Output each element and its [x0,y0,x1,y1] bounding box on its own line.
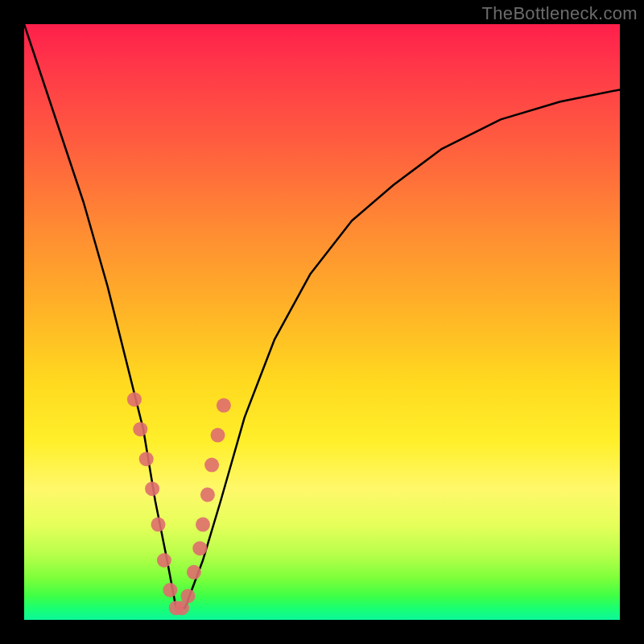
marker-dot [200,488,215,502]
marker-dot [145,481,159,496]
curve-svg [24,24,620,620]
marker-dot [181,588,196,603]
marker-dot [204,458,219,473]
marker-dot [127,392,142,407]
plot-area [24,24,620,620]
marker-dot [163,583,177,597]
watermark-text: TheBottleneck.com [482,3,638,24]
marker-dot [211,428,225,443]
outer-frame: TheBottleneck.com [0,0,644,644]
marker-dot [192,541,207,555]
marker-dot [139,452,154,466]
marker-dot [196,518,210,532]
marker-dot [151,518,166,532]
marker-group [127,392,231,615]
marker-dot [187,565,201,580]
marker-dot [217,398,231,413]
marker-dot [133,422,147,436]
bottleneck-curve [24,24,620,608]
marker-dot [157,553,171,568]
